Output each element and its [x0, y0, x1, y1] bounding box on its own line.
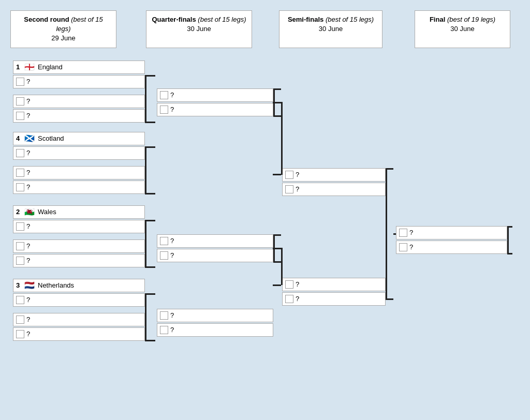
qf-m1-p1-label: ? — [170, 91, 174, 99]
line-qf1-bot — [273, 115, 281, 117]
sf-m2-p1-label: ? — [296, 280, 299, 288]
scotland-flag: 🏴󠁧󠁢󠁳󠁣󠁴󠁿 — [24, 133, 35, 143]
qf-m2-p2: ? — [157, 249, 273, 262]
qf-m1-p1: ? — [157, 88, 273, 102]
header-second-round-date: 29 June — [51, 34, 75, 42]
r1-e-p2a-label: ? — [26, 97, 30, 105]
r1-w-p1a-label: ? — [26, 222, 30, 230]
header-second-round-label: Second round — [24, 16, 69, 23]
line-sf-top — [386, 168, 393, 170]
r1-w-p1a-score — [16, 222, 24, 231]
final-p1-label: ? — [409, 229, 413, 236]
scotland-name: Scotland — [38, 134, 64, 142]
header-qf-date: 30 June — [187, 25, 211, 33]
qf-m3-p2: ? — [157, 323, 273, 337]
r1-s-p3a-score — [16, 183, 24, 191]
qf-m1-p1-score — [160, 91, 168, 99]
r1-e-p3a-label: ? — [26, 112, 30, 119]
netherlands-seed-num: 3 — [16, 281, 21, 289]
sf-m1-p1-label: ? — [296, 171, 299, 178]
header-final-italic: (best of 19 legs) — [447, 16, 495, 23]
line-final-bot — [507, 253, 512, 254]
wales-seed-num: 2 — [16, 208, 21, 216]
r1-england-seed: 1 🏴󠁧󠁢󠁥󠁮󠁧󠁿 England — [13, 61, 145, 74]
qf-m3-p2-label: ? — [170, 326, 174, 334]
qf-m1-p2-label: ? — [170, 106, 174, 113]
line-sf-vert — [386, 168, 387, 299]
header-sf-date: 30 June — [319, 25, 343, 33]
header-sf-italic: (best of 15 legs) — [326, 16, 374, 23]
final-p1-score — [399, 229, 407, 237]
r1-e-p2a-score — [16, 97, 24, 106]
r1-e-p1a-label: ? — [26, 78, 30, 85]
r1-s-p2a-score — [16, 169, 24, 177]
header-row: Second round (best of 15 legs) 29 June Q… — [10, 10, 520, 48]
line-sf-bot — [386, 298, 393, 300]
qf-m2-p2-label: ? — [170, 251, 174, 259]
line-sf-to-final — [393, 233, 396, 235]
line-qf1-to-sf1-h — [273, 102, 281, 103]
header-qf-label: Quarter-finals — [152, 16, 196, 23]
sf-m2-p1: ? — [282, 278, 386, 291]
sf-m2-p1-score — [285, 280, 293, 289]
r1-e-p1a-score — [16, 78, 24, 86]
r1-n-p2a-score — [16, 316, 24, 324]
sf-m1-p1: ? — [282, 168, 386, 182]
line-qf1-top — [273, 88, 281, 90]
line-sf2-entry — [273, 284, 281, 286]
header-final-label: Final — [430, 16, 445, 23]
line-r1-sco-vert — [145, 146, 146, 194]
sf-m1-p2-score — [285, 185, 293, 193]
header-final: Final (best of 19 legs) 30 June — [415, 10, 510, 48]
line-r1-wal-vert — [145, 220, 146, 267]
qf-m2-p1-score — [160, 237, 168, 245]
r1-scotland-seed: 4 🏴󠁧󠁢󠁳󠁣󠁴󠁿 Scotland — [13, 132, 145, 145]
final-p2: ? — [396, 241, 507, 254]
netherlands-flag: 🇳🇱 — [24, 280, 35, 290]
r1-e-p3a: ? — [13, 109, 145, 123]
line-r1-sco-bot — [145, 193, 155, 194]
r1-n-p3a: ? — [13, 327, 145, 341]
r1-w-p2a-label: ? — [26, 242, 30, 250]
scotland-seed-num: 4 — [16, 134, 21, 142]
line-r1-ned-vert — [145, 293, 146, 341]
sf-m1-p1-score — [285, 171, 293, 179]
line-qf2-top — [273, 234, 281, 236]
r1-s-p1a-score — [16, 149, 24, 157]
qf-m2-p2-score — [160, 251, 168, 260]
sf-m1-p2: ? — [282, 183, 386, 196]
r1-s-p2a: ? — [13, 166, 145, 179]
line-r1-wal-top — [145, 220, 155, 221]
line-qf2-bot — [273, 261, 281, 263]
final-p2-label: ? — [409, 243, 413, 251]
r1-s-p1a: ? — [13, 146, 145, 160]
header-sf-label: Semi-finals — [288, 16, 323, 23]
line-r1-eng-vert — [145, 75, 146, 123]
r1-n-p2a-label: ? — [26, 316, 30, 323]
line-r1-ned-bot — [145, 340, 155, 341]
line-r1-sco-top — [145, 146, 155, 148]
header-qf-italic: (best of 15 legs) — [198, 16, 246, 23]
qf-m2-p1: ? — [157, 234, 273, 248]
r1-wales-seed: 2 🏴󠁧󠁢󠁷󠁬󠁳󠁿 Wales — [13, 205, 145, 219]
header-quarter-finals: Quarter-finals (best of 15 legs) 30 June — [146, 10, 252, 48]
r1-e-p3a-score — [16, 112, 24, 120]
header-semi-finals: Semi-finals (best of 15 legs) 30 June — [279, 10, 382, 48]
bracket-wrapper: 1 🏴󠁧󠁢󠁥󠁮󠁧󠁿 England ? ? ? 4 🏴󠁧󠁢󠁳󠁣󠁴󠁿 Scotla… — [10, 55, 528, 420]
r1-w-p2a: ? — [13, 239, 145, 253]
final-p1: ? — [396, 226, 507, 239]
qf-m3-p2-score — [160, 326, 168, 334]
netherlands-name: Netherlands — [38, 281, 74, 289]
qf-m3-p1-score — [160, 311, 168, 320]
header-final-date: 30 June — [450, 25, 474, 33]
sf-m2-p2-label: ? — [296, 295, 299, 303]
line-qf2-to-sf2-vert — [281, 248, 283, 285]
qf-m1-p2-score — [160, 106, 168, 114]
r1-s-p1a-label: ? — [26, 149, 30, 157]
final-p2-score — [399, 243, 407, 251]
header-second-round: Second round (best of 15 legs) 29 June — [10, 10, 116, 48]
r1-w-p1a: ? — [13, 220, 145, 233]
r1-n-p2a: ? — [13, 313, 145, 326]
r1-e-p1a: ? — [13, 75, 145, 88]
r1-n-p3a-label: ? — [26, 330, 30, 338]
